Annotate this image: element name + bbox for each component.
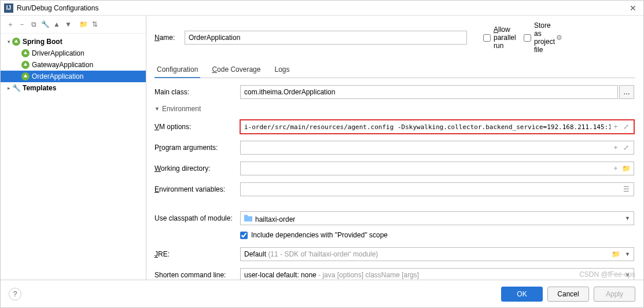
chevron-down-icon: ▼ — [625, 272, 630, 278]
folder-move-icon[interactable]: 📁 — [78, 19, 89, 30]
insert-macro-icon[interactable]: + — [610, 120, 621, 133]
folder-icon[interactable]: 📁 — [620, 162, 632, 175]
working-dir-input[interactable] — [240, 162, 634, 175]
vm-options-label: VM options: — [154, 123, 240, 131]
main-class-label: Main class: — [154, 88, 240, 96]
config-toolbar: ＋ － ⧉ 🔧 ▲ ▼ 📁 ⇅ — [1, 16, 146, 34]
insert-macro-icon[interactable]: + — [610, 141, 621, 154]
env-vars-label: Environment variables: — [154, 185, 240, 193]
program-args-label: Program arguments: — [154, 144, 240, 152]
module-icon — [244, 214, 252, 222]
browse-main-class-button[interactable]: … — [619, 85, 634, 99]
chevron-down-icon: ▼ — [154, 106, 160, 112]
name-input[interactable] — [185, 31, 467, 45]
gear-icon[interactable]: ⚙ — [556, 34, 562, 42]
sort-icon[interactable]: ⇅ — [90, 19, 100, 30]
tab-logs[interactable]: Logs — [272, 62, 292, 78]
chevron-down-icon: ▼ — [625, 251, 630, 257]
list-icon[interactable]: ☰ — [620, 183, 632, 196]
window-title: Run/Debug Configurations — [17, 4, 98, 12]
down-icon[interactable]: ▼ — [63, 19, 73, 30]
expand-icon[interactable]: ⤢ — [620, 120, 632, 133]
chevron-down-icon: ▾ — [5, 39, 12, 45]
include-provided-label: Include dependencies with "Provided" sco… — [251, 231, 388, 239]
main-class-input[interactable] — [240, 85, 618, 99]
shorten-cmd-select[interactable]: user-local default: none - java [options… — [240, 268, 634, 280]
spring-boot-icon — [12, 38, 20, 46]
store-as-project-checkbox[interactable]: Store as project file — [524, 21, 548, 54]
tab-configuration[interactable]: Configuration — [154, 62, 200, 78]
name-label: NName:ame: — [154, 34, 179, 42]
ok-button[interactable]: OK — [501, 287, 543, 302]
jre-label: JRE: — [154, 250, 240, 258]
environment-section[interactable]: ▼ Environment — [154, 105, 634, 113]
up-icon[interactable]: ▲ — [51, 19, 62, 30]
spring-boot-icon — [21, 61, 30, 69]
classpath-module-select[interactable]: hailtaxi-order ▼ — [240, 211, 634, 225]
tree-item-order[interactable]: OrderApplication — [1, 71, 146, 82]
tab-bar: Configuration Code Coverage Logs — [154, 62, 635, 78]
remove-icon[interactable]: － — [17, 19, 27, 30]
insert-macro-icon[interactable]: + — [610, 162, 621, 175]
wrench-icon: 🔧 — [12, 84, 20, 92]
working-dir-label: Working directory: — [154, 164, 240, 173]
classpath-label: Use classpath of module: — [154, 214, 240, 222]
left-panel: ＋ － ⧉ 🔧 ▲ ▼ 📁 ⇅ ▾ Spring Boot DriverAppl… — [1, 16, 146, 280]
include-provided-checkbox[interactable] — [240, 232, 248, 239]
right-panel: NName:ame: Allow parallel run Store as p… — [146, 16, 643, 280]
tree-label: OrderApplication — [32, 72, 83, 80]
shorten-cmd-label: Shorten command line: — [154, 271, 240, 279]
tab-code-coverage[interactable]: Code Coverage — [209, 62, 263, 78]
tree-label: Spring Boot — [23, 38, 62, 46]
cancel-button[interactable]: Cancel — [547, 287, 589, 302]
env-vars-input[interactable] — [240, 182, 634, 196]
tree-label: DriverApplication — [32, 49, 84, 57]
chevron-right-icon: ▸ — [5, 85, 12, 91]
dialog-footer: ? OK Cancel Apply — [1, 280, 643, 307]
wrench-icon[interactable]: 🔧 — [40, 19, 50, 30]
form-area: Main class: … ▼ Environment VM options: … — [154, 78, 635, 280]
tree-node-templates[interactable]: ▸ 🔧 Templates — [1, 82, 146, 94]
chevron-down-icon: ▼ — [625, 215, 630, 221]
title-bar: IJ Run/Debug Configurations ✕ — [1, 1, 643, 16]
program-args-input[interactable] — [240, 141, 634, 155]
add-icon[interactable]: ＋ — [5, 19, 16, 30]
allow-parallel-checkbox[interactable]: Allow parallel run — [483, 25, 507, 50]
vm-options-input[interactable] — [240, 120, 634, 134]
config-tree: ▾ Spring Boot DriverApplication GatewayA… — [1, 34, 146, 280]
close-icon[interactable]: ✕ — [626, 2, 640, 14]
apply-button[interactable]: Apply — [594, 287, 635, 302]
spring-boot-icon — [21, 49, 30, 57]
expand-icon[interactable]: ⤢ — [620, 141, 632, 154]
tree-item-driver[interactable]: DriverApplication — [1, 47, 146, 59]
help-icon[interactable]: ? — [9, 288, 21, 300]
jre-select[interactable]: Default (11 - SDK of 'hailtaxi-order' mo… — [240, 247, 634, 261]
tree-node-spring-boot[interactable]: ▾ Spring Boot — [1, 36, 146, 47]
spring-boot-icon — [21, 72, 30, 80]
tree-label: GatewayApplication — [32, 61, 93, 69]
copy-icon[interactable]: ⧉ — [28, 19, 39, 30]
folder-icon[interactable]: 📁 — [610, 248, 621, 261]
tree-item-gateway[interactable]: GatewayApplication — [1, 59, 146, 71]
tree-label: Templates — [23, 84, 56, 92]
app-icon: IJ — [4, 3, 13, 13]
